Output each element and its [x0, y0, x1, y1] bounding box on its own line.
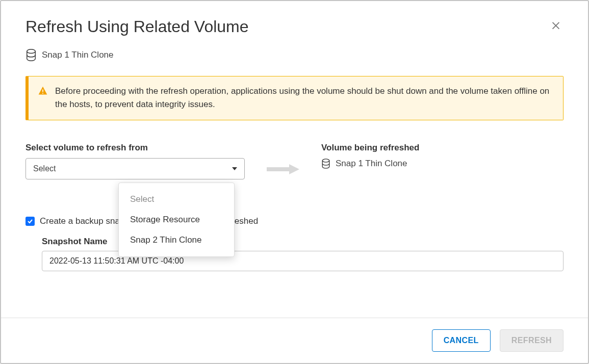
target-column: Volume being refreshed Snap 1 Thin Clone [321, 143, 564, 169]
select-source-column: Select volume to refresh from Select Sel… [25, 143, 245, 179]
dropdown-option[interactable]: Snap 2 Thin Clone [119, 230, 234, 250]
source-select[interactable]: Select [25, 158, 245, 179]
close-button[interactable] [548, 17, 564, 33]
warning-text: Before proceeding with the refresh opera… [55, 85, 553, 112]
refresh-columns: Select volume to refresh from Select Sel… [25, 143, 564, 179]
source-select-value: Select [33, 164, 56, 173]
cancel-button[interactable]: CANCEL [432, 329, 491, 352]
arrow-right-icon [267, 163, 299, 175]
source-dropdown: Select Storage Resource Snap 2 Thin Clon… [118, 183, 235, 257]
subheader-volume-name: Snap 1 Thin Clone [42, 50, 114, 60]
svg-point-5 [322, 159, 329, 162]
dropdown-option[interactable]: Select [119, 189, 234, 210]
database-icon [321, 158, 330, 169]
dialog-header: Refresh Using Related Volume [1, 1, 588, 36]
arrow-column [245, 143, 321, 175]
svg-point-0 [27, 49, 36, 54]
dialog-title: Refresh Using Related Volume [25, 17, 249, 36]
target-volume-row: Snap 1 Thin Clone [321, 158, 564, 169]
refresh-button[interactable]: REFRESH [500, 329, 564, 352]
chevron-down-icon [232, 167, 237, 170]
target-volume-name: Snap 1 Thin Clone [336, 159, 407, 169]
svg-rect-2 [42, 93, 43, 94]
dialog-body: Before proceeding with the refresh opera… [1, 76, 588, 318]
backup-checkbox[interactable] [25, 217, 35, 226]
close-icon [550, 19, 561, 31]
warning-icon [38, 86, 48, 98]
database-icon [25, 48, 37, 62]
svg-rect-3 [267, 167, 289, 171]
refresh-dialog: Refresh Using Related Volume Snap 1 Thin… [0, 0, 589, 364]
source-select-wrap: Select Select Storage Resource Snap 2 Th… [25, 158, 245, 179]
backup-checkbox-row: Create a backup snapshot of the volume b… [25, 216, 564, 226]
subheader: Snap 1 Thin Clone [1, 36, 588, 76]
check-icon [27, 218, 33, 224]
target-label: Volume being refreshed [321, 143, 564, 153]
snapshot-section: Snapshot Name [25, 237, 564, 271]
dialog-footer: CANCEL REFRESH [1, 318, 588, 363]
dropdown-option[interactable]: Storage Resource [119, 210, 234, 230]
svg-marker-4 [289, 164, 299, 174]
warning-banner: Before proceeding with the refresh opera… [25, 76, 564, 120]
select-source-label: Select volume to refresh from [25, 143, 245, 153]
svg-rect-1 [42, 90, 43, 92]
